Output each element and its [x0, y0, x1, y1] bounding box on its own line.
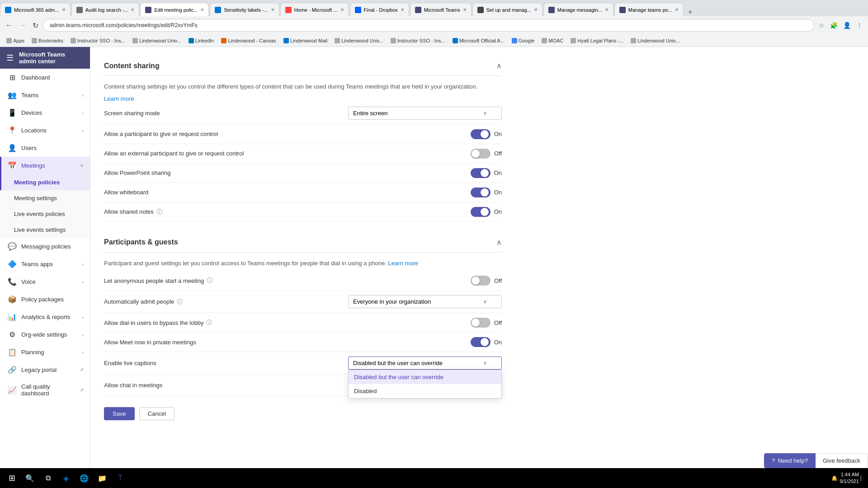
tab-10[interactable]: Manage teams po... ✕ — [614, 3, 684, 16]
meet-now-toggle[interactable] — [471, 337, 491, 347]
need-help-button[interactable]: ? Need help? — [764, 453, 816, 468]
shared-notes-toggle[interactable] — [471, 207, 491, 217]
taskbar-task-view[interactable]: ⧉ — [40, 470, 56, 486]
live-captions-option-2[interactable]: Disabled — [349, 384, 501, 398]
shared-notes-info-icon[interactable]: ⓘ — [156, 208, 162, 216]
tab-4[interactable]: Sensitivity labels -... ✕ — [210, 3, 279, 16]
sidebar-sub-live-events-policies[interactable]: Live events policies — [0, 206, 90, 222]
sidebar-item-voice[interactable]: 📞 Voice › — [0, 273, 90, 291]
tab-close-3[interactable]: ✕ — [200, 7, 204, 12]
tab-close-8[interactable]: ✕ — [534, 7, 538, 12]
tab-close-10[interactable]: ✕ — [675, 7, 679, 12]
live-captions-dropdown[interactable]: Disabled but the user can override ∨ — [348, 357, 502, 370]
address-bar[interactable]: admin.teams.microsoft.com/policies/meeti… — [43, 19, 814, 32]
tab-8[interactable]: Set up and manag... ✕ — [472, 3, 542, 16]
save-button[interactable]: Save — [104, 407, 135, 420]
content-sharing-learn-more[interactable]: Learn more — [104, 95, 134, 102]
bookmark-linkedin[interactable]: LinkedIn — [186, 37, 217, 44]
taskbar-show-desktop[interactable]: ▏ — [861, 475, 864, 481]
tab-7[interactable]: Microsoft Teams ✕ — [410, 3, 472, 16]
powerpoint-toggle[interactable] — [471, 168, 491, 178]
bookmark-apps[interactable]: Apps — [4, 37, 27, 44]
sidebar-item-teams[interactable]: 👥 Teams › — [0, 86, 90, 104]
whiteboard-toggle[interactable] — [471, 188, 491, 197]
auto-admit-dropdown[interactable]: Everyone in your organization ∨ — [348, 295, 502, 308]
live-captions-option-1[interactable]: Disabled but the user can override — [349, 370, 501, 384]
bookmark-lindenwood3[interactable]: Lindenwood Univ... — [628, 37, 682, 44]
bookmark-mail[interactable]: Lindenwood Mail — [281, 37, 330, 44]
taskbar-edge[interactable]: ◈ — [58, 470, 74, 486]
tab-close-7[interactable]: ✕ — [463, 7, 467, 12]
sidebar-item-org-wide[interactable]: ⚙ Org-wide settings › — [0, 326, 90, 343]
bookmark-bookmarks[interactable]: Bookmarks — [29, 37, 66, 44]
tab-5[interactable]: Home - Microsoft ... ✕ — [280, 3, 349, 16]
menu-button[interactable]: ⋮ — [854, 21, 864, 30]
sidebar-item-analytics[interactable]: 📊 Analytics & reports › — [0, 308, 90, 326]
tab-close-6[interactable]: ✕ — [401, 7, 404, 12]
anon-start-info-icon[interactable]: ⓘ — [207, 277, 212, 285]
dial-in-bypass-info-icon[interactable]: ⓘ — [206, 319, 212, 327]
tab-6[interactable]: Final - Dropbox ✕ — [350, 3, 409, 16]
sidebar-item-dashboard[interactable]: ⊞ Dashboard — [0, 69, 90, 86]
sidebar-item-call-quality[interactable]: 📈 Call quality dashboard ↗ — [0, 379, 90, 401]
anon-start-knob — [472, 277, 480, 285]
tab-2[interactable]: Audit log search -... ✕ — [71, 3, 140, 16]
participants-collapse-button[interactable]: ∧ — [496, 238, 502, 247]
sidebar-item-locations[interactable]: 📍 Locations › — [0, 122, 90, 139]
bookmark-lindenwood2[interactable]: Lindenwood Univ... — [332, 37, 386, 44]
sidebar-item-messaging[interactable]: 💬 Messaging policies — [0, 238, 90, 255]
tab-close-4[interactable]: ✕ — [271, 7, 274, 12]
dial-in-bypass-toggle-wrap: Off — [471, 318, 502, 328]
new-tab-button[interactable]: + — [684, 8, 696, 16]
bookmark-moac[interactable]: MOAC — [539, 37, 566, 44]
taskbar-teams[interactable]: T — [112, 470, 128, 486]
tab-close-2[interactable]: ✕ — [131, 7, 134, 12]
content-sharing-collapse-button[interactable]: ∧ — [496, 61, 502, 70]
bookmark-lindenwood1[interactable]: Lindenwood Univ... — [130, 37, 184, 44]
bookmark-hyatt[interactable]: Hyatt Legal Plans -... — [568, 37, 626, 44]
tab-close-9[interactable]: ✕ — [605, 7, 609, 12]
sidebar-sub-meeting-policies[interactable]: Meeting policies — [0, 174, 90, 190]
taskbar-ie[interactable]: 🌐 — [76, 470, 92, 486]
bookmark-microsoft[interactable]: Microsoft Official A... — [450, 37, 507, 44]
tab-9[interactable]: Manage messagin... ✕ — [543, 3, 613, 16]
bookmark-sso1[interactable]: Instructor SSO - Ins... — [68, 37, 128, 44]
setting-row-screen-sharing: Screen sharing mode Entire screen ∨ — [104, 102, 502, 125]
participants-learn-more[interactable]: Learn more — [388, 260, 418, 267]
sidebar-item-users[interactable]: 👤 Users — [0, 139, 90, 157]
taskbar-search[interactable]: 🔍 — [22, 470, 38, 486]
tab-3[interactable]: Edit meeting polic... ✕ — [140, 3, 209, 16]
tab-close-5[interactable]: ✕ — [340, 7, 344, 12]
forward-button[interactable]: → — [17, 19, 28, 31]
sidebar-item-policy-packages[interactable]: 📦 Policy packages — [0, 291, 90, 308]
bookmark-button[interactable]: ☆ — [817, 21, 826, 30]
dial-in-bypass-toggle[interactable] — [471, 318, 491, 328]
sidebar-item-planning[interactable]: 📋 Planning › — [0, 343, 90, 361]
start-button[interactable]: ⊞ — [4, 470, 20, 486]
give-feedback-button[interactable]: Give feedback — [816, 453, 868, 468]
anon-start-toggle[interactable] — [471, 276, 491, 286]
profile-button[interactable]: 👤 — [841, 21, 853, 30]
tab-1[interactable]: Microsoft 365 adm... ✕ — [0, 3, 71, 16]
bookmark-google[interactable]: Google — [509, 37, 537, 44]
bookmark-sso2[interactable]: Instructor SSO - Ins... — [388, 37, 448, 44]
sidebar-sub-meeting-settings[interactable]: Meeting settings — [0, 190, 90, 206]
sidebar-sub-live-events-settings[interactable]: Live events settings — [0, 222, 90, 238]
sidebar-item-meetings[interactable]: 📅 Meetings ∨ — [0, 157, 90, 174]
refresh-button[interactable]: ↻ — [31, 19, 40, 32]
hamburger-button[interactable]: ☰ — [6, 53, 14, 63]
external-control-toggle[interactable] — [471, 149, 491, 159]
auto-admit-info-icon[interactable]: ⓘ — [177, 298, 183, 306]
extensions-button[interactable]: 🧩 — [828, 21, 840, 30]
participant-control-toggle[interactable] — [471, 129, 491, 139]
tab-close-1[interactable]: ✕ — [62, 7, 66, 12]
bookmark-canvas[interactable]: Lindenwood - Canvas — [218, 37, 278, 44]
back-button[interactable]: ← — [4, 19, 14, 31]
cancel-button[interactable]: Cancel — [139, 407, 175, 420]
meet-now-label: Allow Meet now in private meetings — [104, 339, 471, 346]
taskbar-explorer[interactable]: 📁 — [94, 470, 110, 486]
sidebar-item-devices[interactable]: 📱 Devices › — [0, 104, 90, 122]
screen-sharing-dropdown[interactable]: Entire screen ∨ — [348, 107, 502, 120]
sidebar-item-legacy-portal[interactable]: 🔗 Legacy portal ↗ — [0, 361, 90, 379]
sidebar-item-teams-apps[interactable]: 🔷 Teams apps › — [0, 255, 90, 273]
